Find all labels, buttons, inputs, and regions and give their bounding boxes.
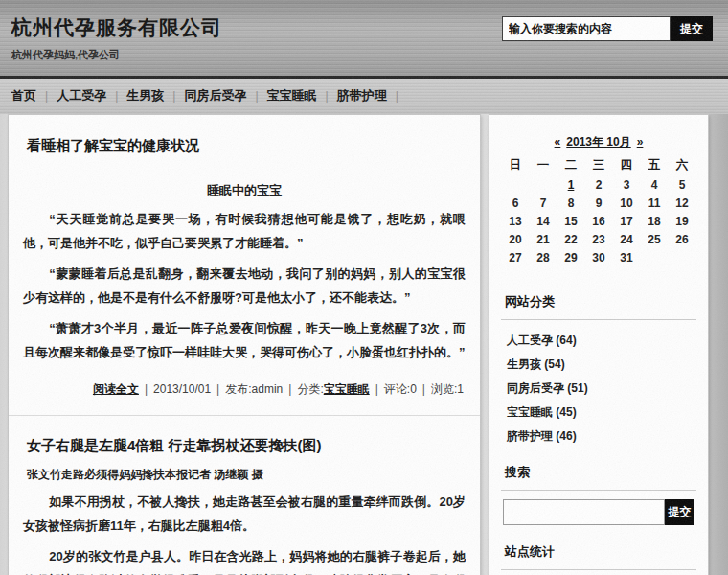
calendar-day: 2: [585, 175, 613, 194]
nav-separator: |: [172, 89, 175, 103]
nav-separator: |: [255, 89, 258, 103]
post-1-paragraph: “天天睡觉前总是要哭一场，有时候我猜想他可能是饿了，想吃奶，就喂他，可是他并不吃…: [23, 207, 466, 255]
calendar-day: 14: [530, 212, 557, 230]
calendar-day: 15: [557, 212, 585, 230]
nav-separator: |: [326, 89, 329, 103]
calendar-day: 25: [641, 230, 669, 248]
calendar-day: [502, 175, 530, 194]
calendar-day: [641, 248, 669, 266]
calendar-day: 4: [641, 175, 669, 194]
calendar-day: 28: [530, 248, 557, 266]
calendar-day: 7: [530, 194, 557, 212]
calendar-day: 22: [557, 230, 585, 248]
post-date: 2013/10/01: [153, 382, 211, 396]
calendar-weekday-header: 三: [585, 155, 613, 175]
calendar-day: 8: [557, 194, 585, 212]
calendar-weekday-header: 一: [530, 155, 557, 175]
category-item-artificial-conception[interactable]: 人工受孕 (64): [507, 329, 691, 353]
header-search-submit-button[interactable]: 提交: [671, 16, 713, 41]
nav-item-umbilical-care[interactable]: 脐带护理: [337, 87, 387, 104]
meta-separator: |: [216, 382, 219, 396]
nav-item-artificial-conception[interactable]: 人工受孕: [57, 87, 106, 104]
meta-separator: |: [288, 382, 291, 396]
post-1-meta: 阅读全文|2013/10/01|发布:admin|分类:宝宝睡眠|评论:0|浏览…: [23, 381, 464, 398]
calendar-next-month-link[interactable]: »: [637, 135, 644, 149]
nav-separator: |: [45, 89, 48, 103]
main-nav: 首页| 人工受孕| 生男孩| 同房后受孕| 宝宝睡眠| 脐带护理|: [11, 87, 407, 104]
calendar-weekday-header: 四: [613, 155, 641, 175]
post-2-title-link[interactable]: 女子右腿是左腿4倍粗 行走靠拐杖还要搀扶(图): [27, 437, 466, 455]
calendar-day: 5: [669, 175, 696, 194]
calendar-day-1-link[interactable]: 1: [557, 175, 585, 194]
post-2: 女子右腿是左腿4倍粗 行走靠拐杖还要搀扶(图) 张文竹走路必须得妈妈搀扶本报记者…: [23, 437, 466, 575]
site-title[interactable]: 杭州代孕服务有限公司: [11, 14, 222, 41]
post-2-paragraph: 如果不用拐杖，不被人搀扶，她走路甚至会被右腿的重量牵绊而跌倒。20岁女孩被怪病折…: [23, 490, 466, 538]
post-category-link[interactable]: 宝宝睡眠: [324, 382, 370, 396]
calendar-day: 20: [502, 230, 530, 248]
site-subtitle: 杭州代孕妈妈,代孕公司: [11, 48, 120, 62]
calendar-day: 6: [502, 194, 530, 212]
post-category-prefix: 分类:: [297, 382, 323, 396]
calendar-day: 23: [585, 230, 613, 248]
categories-heading: 网站分类: [501, 289, 696, 320]
site-stats-heading: 站点统计: [501, 540, 696, 570]
calendar-day: 12: [669, 194, 696, 212]
post-comment-count: 评论:0: [384, 382, 417, 396]
calendar-day: 13: [502, 212, 530, 230]
calendar-day: 21: [530, 230, 557, 248]
post-1-image-caption: 睡眠中的宝宝: [23, 182, 466, 199]
post-1-title-link[interactable]: 看睡相了解宝宝的健康状况: [27, 137, 466, 155]
calendar-prev-month-link[interactable]: «: [555, 135, 561, 149]
nav-separator: |: [396, 89, 398, 103]
calendar-table: 日 一 二 三 四 五 六 1 2 3 4 5: [502, 155, 696, 266]
header-search-form: 提交: [502, 16, 713, 41]
read-more-link[interactable]: 阅读全文: [93, 382, 139, 396]
nav-item-baby-sleep[interactable]: 宝宝睡眠: [267, 87, 317, 104]
category-item-umbilical-care[interactable]: 脐带护理 (46): [507, 425, 691, 448]
sidebar-search-submit-button[interactable]: 提交: [665, 499, 694, 525]
nav-separator: |: [115, 89, 118, 103]
main-content-card: 看睡相了解宝宝的健康状况 睡眠中的宝宝 “天天睡觉前总是要哭一场，有时候我猜想他…: [8, 114, 481, 575]
calendar-day: 27: [502, 248, 530, 266]
post-1: 看睡相了解宝宝的健康状况 睡眠中的宝宝 “天天睡觉前总是要哭一场，有时候我猜想他…: [23, 137, 466, 398]
calendar-weekday-header: 五: [641, 155, 669, 175]
category-item-baby-sleep[interactable]: 宝宝睡眠 (45): [507, 401, 691, 425]
post-1-paragraph: “蒙蒙睡着后总是乱翻身，翻来覆去地动，我问了别的妈妈，别人的宝宝很少有这样的，他…: [23, 262, 466, 310]
sidebar: «2013年 10月» 日 一 二 三 四 五 六 1 2 3: [489, 114, 709, 575]
calendar-month-label[interactable]: 2013年 10月: [566, 135, 630, 149]
calendar-day: 29: [557, 248, 585, 266]
post-view-count: 浏览:1: [431, 382, 464, 396]
nav-item-home[interactable]: 首页: [11, 87, 36, 104]
category-item-post-intercourse-conception[interactable]: 同房后受孕 (51): [507, 377, 691, 401]
calendar-day: 19: [669, 212, 696, 230]
post-2-photo-byline: 张文竹走路必须得妈妈搀扶本报记者 汤继颖 摄: [27, 467, 466, 483]
calendar-day: 3: [613, 175, 641, 194]
meta-separator: |: [145, 382, 148, 396]
meta-separator: |: [422, 382, 425, 396]
categories-list: 人工受孕 (64) 生男孩 (54) 同房后受孕 (51) 宝宝睡眠 (45) …: [501, 329, 696, 448]
calendar-day: 18: [641, 212, 669, 230]
post-author: 发布:admin: [225, 382, 283, 396]
sidebar-search-input[interactable]: [503, 499, 665, 525]
nav-item-boy-birth[interactable]: 生男孩: [126, 87, 164, 104]
calendar-title: «2013年 10月»: [501, 134, 696, 150]
calendar-widget: «2013年 10月» 日 一 二 三 四 五 六 1 2 3: [501, 134, 696, 266]
calendar-day: 16: [585, 212, 613, 230]
meta-separator: |: [375, 382, 378, 396]
post-divider: [9, 415, 480, 416]
header-search-input[interactable]: [502, 16, 671, 41]
calendar-day: 30: [585, 248, 613, 266]
sidebar-search-form: 提交: [503, 499, 694, 525]
page: 杭州代孕服务有限公司 杭州代孕妈妈,代孕公司 提交 首页| 人工受孕| 生男孩|…: [0, 0, 728, 575]
calendar-weekday-header: 二: [557, 155, 585, 175]
nav-item-post-intercourse-conception[interactable]: 同房后受孕: [184, 87, 246, 104]
header-divider-line: [0, 76, 728, 79]
calendar-weekday-header: 六: [669, 155, 696, 175]
category-item-boy-birth[interactable]: 生男孩 (54): [507, 353, 691, 377]
calendar-day: 17: [613, 212, 641, 230]
calendar-day: [669, 248, 696, 266]
calendar-day: 24: [613, 230, 641, 248]
calendar-day: 9: [585, 194, 613, 212]
calendar-day: 11: [641, 194, 669, 212]
calendar-day: 10: [613, 194, 641, 212]
